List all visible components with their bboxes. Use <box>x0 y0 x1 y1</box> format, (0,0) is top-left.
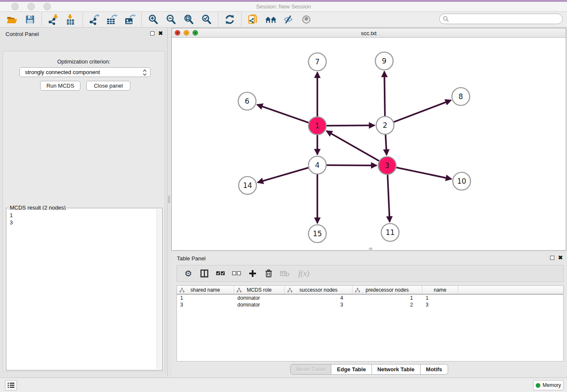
node-9[interactable]: 9 <box>375 52 393 70</box>
export-table-button[interactable] <box>103 13 121 26</box>
cell-shared-name[interactable]: 1 <box>177 295 234 301</box>
node-6[interactable]: 6 <box>238 92 256 110</box>
table-panel-float-icon[interactable] <box>550 256 554 260</box>
node-11[interactable]: 11 <box>381 224 399 241</box>
table-row[interactable]: 3dominator323 <box>177 301 563 308</box>
column-header-MCDS-role[interactable]: MCDS role <box>234 286 285 294</box>
tab-node-table[interactable]: Node Table <box>290 364 331 375</box>
list-icon <box>7 382 15 388</box>
run-mcds-button[interactable]: Run MCDS <box>40 81 80 91</box>
zoom-in-button[interactable] <box>144 13 162 26</box>
table-body: 1dominator4113dominator323 <box>177 295 563 308</box>
edge-3-11[interactable] <box>388 175 390 222</box>
search-input[interactable] <box>451 16 559 22</box>
network-canvas[interactable]: 7968124314101511 <box>172 38 566 251</box>
network-view-window: ✕ − + scc.txt 7968124314101511 <box>171 28 566 251</box>
add-column-button[interactable] <box>246 267 259 280</box>
cell-MCDS-role[interactable]: dominator <box>234 295 285 301</box>
task-history-button[interactable] <box>5 380 17 390</box>
node-3[interactable]: 3 <box>378 157 396 174</box>
network-resize-handle[interactable] <box>369 248 372 250</box>
import-table-button[interactable] <box>62 13 80 26</box>
edge-3-1[interactable] <box>327 131 379 161</box>
table-header-row: shared nameMCDS rolesuccessor nodesprede… <box>177 286 563 295</box>
node-8[interactable]: 8 <box>452 88 470 105</box>
cell-predecessor-nodes[interactable]: 1 <box>352 295 422 301</box>
edge-2-9[interactable] <box>384 72 385 116</box>
function-builder-button[interactable]: f(x) <box>295 267 313 280</box>
search-field[interactable] <box>439 14 563 24</box>
table-panel-close-icon[interactable]: ✖ <box>558 255 563 260</box>
show-columns-button[interactable] <box>198 267 211 280</box>
import-network-button[interactable] <box>44 13 62 26</box>
column-header-successor-nodes[interactable]: successor nodes <box>285 286 352 294</box>
save-session-button[interactable] <box>21 13 39 26</box>
cell-shared-name[interactable]: 3 <box>177 301 234 308</box>
mcds-result-item[interactable]: 3 <box>10 219 156 226</box>
column-header-predecessor-nodes[interactable]: predecessor nodes <box>352 286 422 294</box>
clone-network-button[interactable] <box>244 13 262 26</box>
column-header-name[interactable]: name <box>422 286 458 294</box>
cell-MCDS-role[interactable]: dominator <box>234 301 285 308</box>
open-session-button[interactable] <box>3 13 21 26</box>
cell-name[interactable]: 1 <box>422 295 458 301</box>
function-icon: f(x) <box>298 269 309 278</box>
panel-splitter-handle[interactable] <box>168 196 170 203</box>
delete-table-button[interactable] <box>278 267 291 280</box>
eye-icon <box>300 14 312 25</box>
node-15[interactable]: 15 <box>308 225 326 243</box>
tab-motifs[interactable]: Motifs <box>421 364 448 375</box>
cell-successor-nodes[interactable]: 4 <box>285 295 352 301</box>
mcds-result-item[interactable]: 1 <box>10 212 156 219</box>
delete-column-button[interactable] <box>262 267 275 280</box>
first-neighbors-button[interactable] <box>262 13 280 26</box>
edge-4-3[interactable] <box>327 165 377 166</box>
mcds-result-list[interactable]: 13 <box>7 210 156 369</box>
cell-name[interactable]: 3 <box>422 301 458 308</box>
table-settings-button[interactable]: ⚙ <box>182 267 195 280</box>
search-icon <box>443 16 449 22</box>
mcds-result-box: MCDS result (2 nodes) 13 <box>6 208 162 370</box>
toolbar-separator <box>241 13 242 26</box>
node-10[interactable]: 10 <box>453 172 471 190</box>
close-panel-button[interactable]: Close panel <box>86 81 130 91</box>
cell-predecessor-nodes[interactable]: 2 <box>352 301 422 308</box>
edge-2-8[interactable] <box>394 100 451 122</box>
unselect-all-columns-button[interactable] <box>230 267 243 280</box>
zoom-fit-button[interactable] <box>180 13 198 26</box>
control-panel-float-icon[interactable] <box>150 31 154 36</box>
node-4[interactable]: 4 <box>308 156 326 174</box>
memory-button[interactable]: Memory <box>533 380 564 390</box>
edge-1-6[interactable] <box>257 105 309 122</box>
memory-status-icon <box>536 383 540 388</box>
zoom-out-button[interactable] <box>162 13 180 26</box>
table-row[interactable]: 1dominator411 <box>177 295 563 301</box>
table-panel-tabs: Node TableEdge TableNetwork TableMotifs <box>171 364 567 375</box>
node-1[interactable]: 1 <box>308 117 326 135</box>
node-7[interactable]: 7 <box>308 53 326 71</box>
import-table-icon <box>66 14 77 25</box>
column-header-shared-name[interactable]: shared name <box>177 286 234 294</box>
tab-edge-table[interactable]: Edge Table <box>331 364 372 375</box>
tab-network-table[interactable]: Network Table <box>372 364 421 375</box>
export-image-button[interactable] <box>121 13 139 26</box>
control-panel-close-icon[interactable]: ✖ <box>158 31 163 36</box>
edge-3-10[interactable] <box>396 168 451 179</box>
select-all-columns-button[interactable] <box>214 267 227 280</box>
refresh-button[interactable] <box>221 13 239 26</box>
hide-selected-button[interactable] <box>280 13 297 26</box>
edge-2-3[interactable] <box>385 135 387 155</box>
cell-successor-nodes[interactable]: 3 <box>285 301 352 308</box>
node-2[interactable]: 2 <box>376 116 394 134</box>
zoom-selected-button[interactable] <box>198 13 215 26</box>
edge-4-14[interactable] <box>258 168 308 182</box>
network-window-titlebar[interactable]: ✕ − + scc.txt <box>172 28 566 38</box>
hierarchy-icon <box>355 288 360 293</box>
optimization-criterion-dropdown[interactable]: strongly connected component <box>19 67 151 77</box>
node-14[interactable]: 14 <box>239 177 256 194</box>
show-hidden-button[interactable] <box>297 13 315 26</box>
export-network-button[interactable] <box>85 13 103 26</box>
table-panel: Table Panel ✖ ⚙ <box>171 252 567 377</box>
edge-1-2[interactable] <box>327 125 374 126</box>
mcds-result-scrollbar[interactable] <box>157 209 161 369</box>
